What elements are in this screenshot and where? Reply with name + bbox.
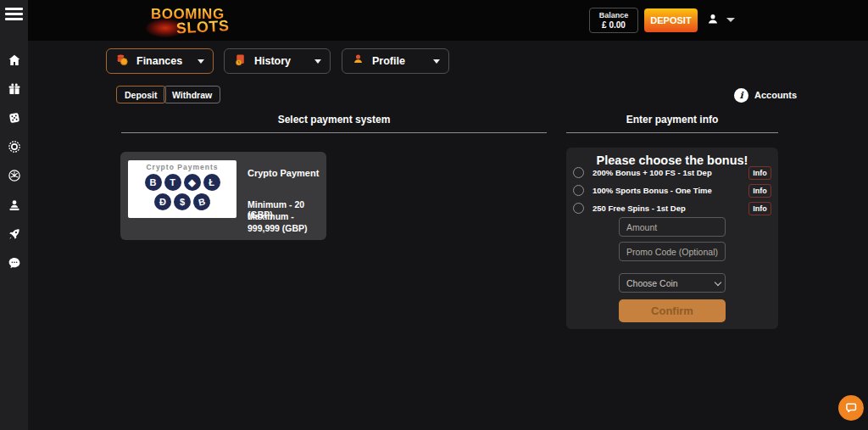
bonus-radio[interactable]: [573, 203, 584, 214]
chevron-down-icon: [314, 59, 321, 64]
tab-deposit[interactable]: Deposit: [116, 86, 166, 103]
tether-coin-icon: T: [164, 174, 181, 191]
bonus-info-button[interactable]: Info: [748, 184, 771, 198]
coins-icon: [115, 53, 136, 70]
history-dropdown[interactable]: History: [224, 48, 331, 74]
ethereum-coin-icon: ◆: [184, 174, 201, 191]
chevron-down-icon: [198, 59, 204, 64]
usd-coin-icon: $: [174, 193, 191, 210]
bonus-radio[interactable]: [573, 185, 584, 196]
crypto-payments-caption: Crypto Payments: [128, 163, 236, 171]
chat-bubble-icon: [843, 399, 859, 417]
bonus-info-button[interactable]: Info: [748, 202, 771, 215]
bitcoin-coin-icon: B: [145, 174, 162, 191]
left-sidebar: [0, 0, 28, 430]
top-bar: BOOMING SLOTS Balance £ 0.00 DEPOSIT: [28, 0, 868, 41]
bonus-radio[interactable]: [573, 167, 584, 178]
choose-coin-select[interactable]: Choose Coin: [619, 273, 726, 293]
chevron-down-icon: [433, 59, 440, 64]
balance-label: Balance: [590, 11, 637, 20]
info-icon: i: [734, 88, 748, 103]
finances-label: Finances: [136, 55, 182, 67]
bitcoin-cash-coin-icon: B: [192, 192, 212, 212]
person-icon: [351, 53, 372, 70]
payment-method-maximum: Maximum - 999,999 (GBP): [248, 211, 326, 234]
divider: [566, 132, 778, 133]
payment-method-card-crypto[interactable]: Crypto Payments B T ◆ Ł Đ $ B Crypto Pay…: [120, 152, 326, 240]
sidebar-item-promotions[interactable]: [0, 81, 28, 98]
roulette-icon: [7, 139, 22, 157]
confirm-button[interactable]: Confirm: [619, 299, 726, 322]
profile-dropdown[interactable]: Profile: [342, 48, 449, 74]
litecoin-coin-icon: Ł: [203, 174, 220, 191]
site-logo[interactable]: BOOMING SLOTS: [144, 2, 254, 41]
crypto-payments-thumbnail: Crypto Payments B T ◆ Ł Đ $ B: [128, 160, 236, 218]
live-chat-fab[interactable]: [838, 395, 864, 421]
hamburger-menu-button[interactable]: [5, 8, 23, 21]
balance-value: £ 0.00: [590, 20, 637, 31]
user-account-button[interactable]: [704, 11, 721, 30]
enter-payment-info-heading: Enter payment info: [566, 114, 778, 126]
profile-label: Profile: [372, 55, 405, 67]
sports-icon: [7, 168, 22, 186]
sidebar-item-roulette[interactable]: [0, 139, 28, 156]
amount-input[interactable]: [619, 217, 726, 237]
dealer-icon: [7, 198, 22, 215]
balance-display: Balance £ 0.00: [589, 8, 638, 33]
logo-text-line2: SLOTS: [176, 18, 255, 36]
bonus-option-row: 200% Bonus + 100 FS - 1st Dep Info: [566, 166, 778, 180]
bonus-label: 100% Sports Bonus - One Time: [593, 184, 712, 198]
user-menu-chevron-down-icon[interactable]: [726, 18, 735, 22]
divider: [121, 132, 547, 133]
sidebar-item-support-chat[interactable]: [0, 255, 28, 272]
select-payment-system-heading: Select payment system: [121, 114, 547, 126]
home-icon: [7, 53, 22, 70]
user-icon: [705, 18, 721, 31]
deposit-button[interactable]: DEPOSIT: [644, 8, 698, 32]
bonus-option-row: 250 Free Spins - 1st Dep Info: [566, 202, 778, 215]
accounts-label: Accounts: [754, 90, 797, 100]
booming-slots-cashier-page: BOOMING SLOTS Balance £ 0.00 DEPOSIT: [0, 0, 868, 430]
history-label: History: [254, 55, 291, 67]
tab-withdraw[interactable]: Withdraw: [164, 86, 220, 103]
bonus-option-row: 100% Sports Bonus - One Time Info: [566, 184, 778, 198]
dogecoin-coin-icon: Đ: [154, 193, 171, 210]
promo-code-input[interactable]: [619, 242, 726, 261]
sidebar-item-crash-games[interactable]: [0, 226, 28, 243]
bonus-label: 200% Bonus + 100 FS - 1st Dep: [593, 166, 712, 180]
accounts-info-button[interactable]: i Accounts: [734, 87, 797, 103]
sidebar-item-sports[interactable]: [0, 168, 28, 185]
gifts-icon: [7, 81, 22, 99]
sidebar-item-casino[interactable]: [0, 110, 28, 127]
bonus-info-button[interactable]: Info: [748, 166, 771, 180]
bonus-chooser-title: Please choose the bonus!: [566, 154, 778, 167]
bonus-label: 250 Free Spins - 1st Dep: [593, 202, 686, 215]
rocket-icon: [7, 226, 22, 244]
sidebar-item-home[interactable]: [0, 53, 28, 70]
sidebar-item-live-dealer[interactable]: [0, 198, 28, 215]
payment-info-panel: Please choose the bonus! 200% Bonus + 10…: [566, 148, 778, 329]
history-document-icon: [233, 53, 254, 70]
chat-icon: [7, 255, 22, 273]
finances-dropdown[interactable]: Finances: [106, 48, 214, 74]
payment-method-title: Crypto Payment: [248, 168, 319, 178]
dice-icon: [7, 110, 22, 128]
